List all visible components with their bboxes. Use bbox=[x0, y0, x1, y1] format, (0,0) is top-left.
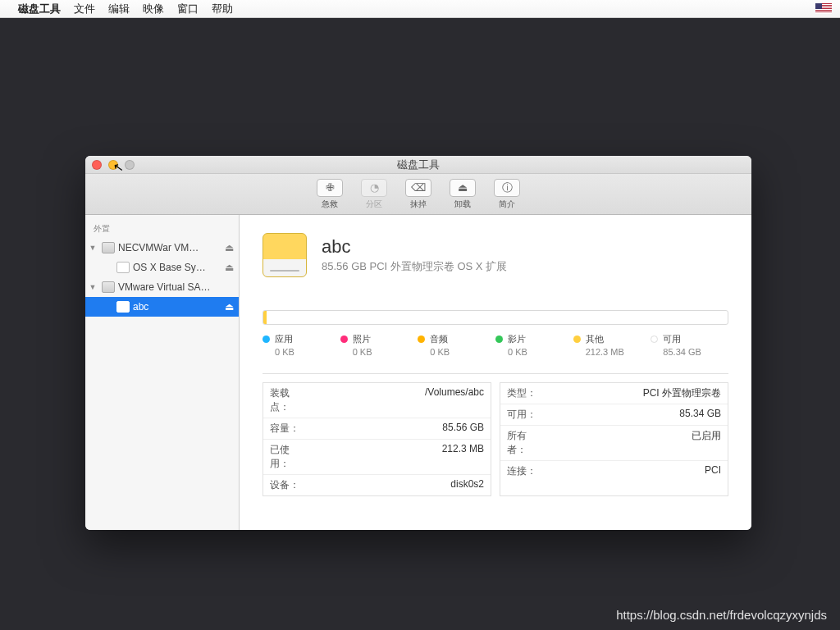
table-row: 设备：disk0s2 bbox=[263, 475, 491, 495]
volume-header: abc 85.56 GB PCI 外置物理宗卷 OS X 扩展 bbox=[262, 233, 728, 277]
menu-window[interactable]: 窗口 bbox=[177, 2, 199, 16]
table-row: 连接：PCI bbox=[500, 461, 728, 482]
toolbar-firstaid-button[interactable]: ✙ 急救 bbox=[312, 178, 348, 211]
property-tables: 装载点：/Volumes/abc 容量：85.56 GB 已使用：212.3 M… bbox=[262, 382, 728, 496]
disk-utility-window: 磁盘工具 ✙ 急救 ◔ 分区 ⌫ 抹掉 ⏏ 卸载 ⓘ 简介 外置 ▼ bbox=[85, 156, 751, 530]
eject-icon[interactable]: ⏏ bbox=[225, 242, 234, 253]
close-button[interactable] bbox=[92, 160, 102, 170]
usage-legend: 应用 0 KB 照片 0 KB 音频 0 KB 影片 0 KB 其他 212 bbox=[262, 333, 728, 357]
minimize-button[interactable] bbox=[108, 160, 118, 170]
traffic-lights bbox=[92, 160, 135, 170]
window-titlebar[interactable]: 磁盘工具 bbox=[85, 156, 751, 174]
info-icon: ⓘ bbox=[494, 179, 520, 197]
toolbar-unmount-button[interactable]: ⏏ 卸载 bbox=[445, 178, 481, 211]
sidebar-item-volume[interactable]: OS X Base Sy… ⏏ bbox=[85, 258, 239, 277]
volume-subtitle: 85.56 GB PCI 外置物理宗卷 OS X 扩展 bbox=[322, 259, 507, 274]
toolbar-label: 简介 bbox=[499, 199, 515, 210]
toolbar-label: 分区 bbox=[366, 199, 382, 210]
volume-icon bbox=[116, 301, 130, 313]
erase-icon: ⌫ bbox=[405, 179, 431, 197]
sidebar: 外置 ▼ NECVMWar VM… ⏏ OS X Base Sy… ⏏ ▼ VM… bbox=[85, 215, 240, 530]
sidebar-item-label: abc bbox=[133, 301, 221, 313]
legend-dot-icon bbox=[495, 336, 503, 343]
toolbar-erase-button[interactable]: ⌫ 抹掉 bbox=[400, 178, 436, 211]
legend-item: 影片 0 KB bbox=[495, 333, 573, 357]
input-source-flag-icon[interactable] bbox=[815, 3, 832, 14]
toolbar: ✙ 急救 ◔ 分区 ⌫ 抹掉 ⏏ 卸载 ⓘ 简介 bbox=[85, 174, 751, 215]
toolbar-label: 急救 bbox=[322, 199, 338, 210]
toolbar-label: 抹掉 bbox=[410, 199, 427, 210]
app-menu[interactable]: 磁盘工具 bbox=[18, 2, 61, 16]
legend-item: 可用 85.34 GB bbox=[651, 333, 728, 357]
menu-help[interactable]: 帮助 bbox=[212, 2, 233, 16]
menu-edit[interactable]: 编辑 bbox=[108, 2, 130, 16]
disclosure-triangle-icon[interactable]: ▼ bbox=[87, 244, 98, 252]
legend-dot-icon bbox=[651, 336, 658, 343]
macos-menubar: 磁盘工具 文件 编辑 映像 窗口 帮助 bbox=[0, 0, 840, 18]
unmount-icon: ⏏ bbox=[450, 179, 476, 197]
property-table-right: 类型：PCI 外置物理宗卷 可用：85.34 GB 所有者：已启用 连接：PCI bbox=[500, 382, 728, 496]
toolbar-partition-button: ◔ 分区 bbox=[356, 178, 392, 211]
main-panel: abc 85.56 GB PCI 外置物理宗卷 OS X 扩展 应用 0 KB … bbox=[240, 215, 751, 530]
sidebar-item-label: NECVMWar VM… bbox=[118, 242, 221, 253]
table-row: 装载点：/Volumes/abc bbox=[263, 383, 491, 418]
eject-icon[interactable]: ⏏ bbox=[225, 301, 234, 313]
watermark: https://blog.csdn.net/frdevolcqzyxynjds bbox=[616, 608, 827, 622]
sidebar-item-label: OS X Base Sy… bbox=[133, 262, 221, 273]
partition-icon: ◔ bbox=[361, 179, 387, 197]
menu-file[interactable]: 文件 bbox=[74, 2, 95, 16]
property-table-left: 装载点：/Volumes/abc 容量：85.56 GB 已使用：212.3 M… bbox=[262, 382, 491, 496]
menu-image[interactable]: 映像 bbox=[143, 2, 164, 16]
legend-item: 照片 0 KB bbox=[340, 333, 418, 357]
legend-dot-icon bbox=[262, 336, 270, 343]
volume-icon bbox=[116, 262, 130, 273]
legend-dot-icon bbox=[340, 336, 348, 343]
toolbar-label: 卸载 bbox=[454, 199, 471, 210]
legend-dot-icon bbox=[418, 336, 425, 343]
toolbar-info-button[interactable]: ⓘ 简介 bbox=[489, 178, 525, 211]
table-row: 类型：PCI 外置物理宗卷 bbox=[500, 383, 728, 404]
legend-item: 其他 212.3 MB bbox=[573, 333, 651, 357]
hdd-icon bbox=[102, 281, 115, 293]
sidebar-section-header: 外置 bbox=[85, 220, 239, 238]
disclosure-triangle-icon[interactable]: ▼ bbox=[87, 283, 98, 291]
table-row: 所有者：已启用 bbox=[500, 426, 728, 461]
firstaid-icon: ✙ bbox=[317, 179, 343, 197]
sidebar-item-disk[interactable]: ▼ VMware Virtual SA… bbox=[85, 277, 239, 297]
sidebar-item-label: VMware Virtual SA… bbox=[118, 281, 234, 293]
sidebar-item-volume-selected[interactable]: abc ⏏ bbox=[85, 297, 239, 317]
table-row: 已使用：212.3 MB bbox=[263, 440, 491, 475]
divider bbox=[262, 373, 728, 374]
usage-bar-used bbox=[263, 311, 267, 324]
legend-item: 应用 0 KB bbox=[262, 333, 340, 357]
hdd-icon bbox=[102, 242, 115, 253]
table-row: 可用：85.34 GB bbox=[500, 404, 728, 426]
table-row: 容量：85.56 GB bbox=[263, 418, 491, 440]
window-title: 磁盘工具 bbox=[397, 158, 440, 172]
volume-name: abc bbox=[322, 236, 507, 258]
legend-dot-icon bbox=[573, 336, 581, 343]
usage-bar bbox=[262, 310, 728, 325]
legend-item: 音频 0 KB bbox=[418, 333, 495, 357]
eject-icon[interactable]: ⏏ bbox=[225, 262, 234, 273]
zoom-button[interactable] bbox=[125, 160, 135, 170]
sidebar-item-disk[interactable]: ▼ NECVMWar VM… ⏏ bbox=[85, 238, 239, 258]
volume-large-icon bbox=[262, 233, 307, 277]
